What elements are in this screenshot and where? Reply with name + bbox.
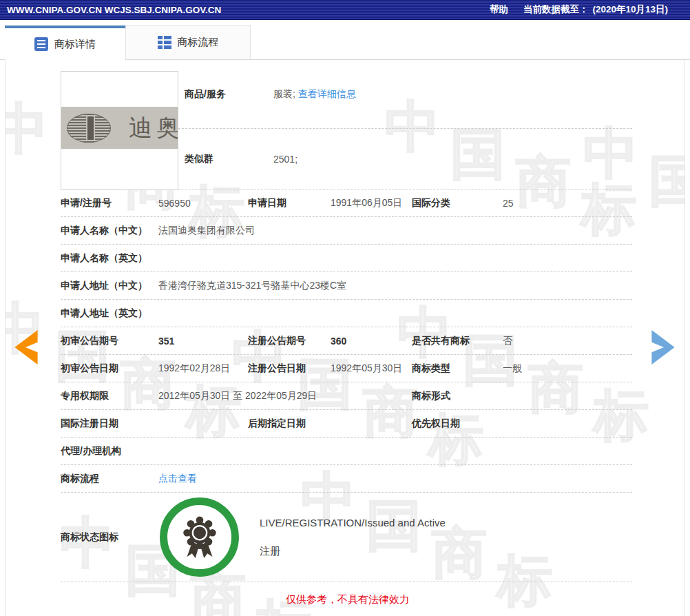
tab-trademark-detail[interactable]: 商标详情 xyxy=(5,25,125,60)
field-value: 596950 xyxy=(158,198,248,209)
top-bar: WWW.CNIPA.GOV.CN WCJS.SBJ.CNIPA.GOV.CN 帮… xyxy=(0,0,690,20)
chevron-right-icon[interactable] xyxy=(650,329,676,366)
help-link[interactable]: 帮助 xyxy=(490,3,508,16)
trademark-image[interactable]: 迪奥 xyxy=(61,71,178,190)
status-row: 商标状态图标 LIVE/REGISTRATION/Issu xyxy=(61,493,632,582)
field-label: 商品/服务 xyxy=(185,88,273,101)
field-value: 否 xyxy=(503,335,632,347)
table-row: 专用权期限 2012年05月30日 至 2022年05月29日 商标形式 xyxy=(61,382,632,410)
field-value: 2501; xyxy=(273,154,297,165)
field-label: 申请人地址（英文） xyxy=(61,307,158,320)
status-line-cn: 注册 xyxy=(260,545,446,558)
field-label: 代理/办理机构 xyxy=(61,445,158,458)
goods-services-row: 商品/服务 服装; 查看详细信息 xyxy=(178,60,632,129)
table-row: 申请人名称（中文） 法国迪奥集团有限公司 xyxy=(61,217,632,245)
footer-row: 仅供参考，不具有法律效力 xyxy=(61,582,632,616)
field-label: 注册公告期号 xyxy=(248,335,331,347)
table-row: 初审公告期号 351 注册公告期号 360 是否共有商标 否 xyxy=(61,327,632,355)
data-cutoff: 当前数据截至： (2020年10月13日) xyxy=(523,3,668,16)
field-label: 专用权期限 xyxy=(61,390,158,402)
field-label: 初审公告期号 xyxy=(61,335,158,347)
field-value: 2012年05月30日 至 2022年05月29日 xyxy=(158,390,412,402)
table-row: 申请人地址（中文） 香港湾仔骆克道315-321号骆基中心23楼C室 xyxy=(61,272,632,300)
tab-bar: 商标详情 商标流程 xyxy=(0,23,690,60)
disclaimer-text: 仅供参考，不具有法律效力 xyxy=(286,593,410,606)
field-label: 国际注册日期 xyxy=(61,418,158,430)
field-label: 后期指定日期 xyxy=(248,418,331,430)
table-row: 迪奥 商品/服务 服装; 查看详细信息 类似群 2501; xyxy=(61,60,632,189)
table-row: 申请/注册号 596950 申请日期 1991年06月05日 国际分类 25 xyxy=(61,189,632,217)
field-value: 1992年05月30日 xyxy=(331,362,412,375)
tab-label: 商标详情 xyxy=(54,38,96,51)
field-label: 初审公告日期 xyxy=(61,362,158,375)
similar-group-row: 类似群 2501; xyxy=(178,129,632,189)
table-row: 申请人地址（英文） xyxy=(61,300,632,327)
field-label: 申请人名称（中文） xyxy=(61,225,158,237)
field-label: 类似群 xyxy=(185,153,273,165)
field-label: 国际分类 xyxy=(412,197,503,209)
tab-trademark-process[interactable]: 商标流程 xyxy=(125,25,251,59)
table-row: 申请人名称（英文） xyxy=(61,245,632,272)
field-value: 1992年02月28日 xyxy=(158,362,248,375)
table-row: 代理/办理机构 xyxy=(61,438,632,465)
chevron-left-icon[interactable] xyxy=(13,329,39,366)
field-value: 360 xyxy=(331,336,412,347)
field-label: 商标状态图标 xyxy=(61,531,158,544)
field-label: 商标形式 xyxy=(412,390,503,402)
list-icon xyxy=(158,36,171,50)
site-urls: WWW.CNIPA.GOV.CN WCJS.SBJ.CNIPA.GOV.CN xyxy=(7,5,221,15)
field-value: 一般 xyxy=(503,362,632,375)
table-row: 商标流程 点击查看 xyxy=(61,465,632,493)
field-value: 法国迪奥集团有限公司 xyxy=(158,225,255,237)
trademark-scan: 迪奥 xyxy=(61,107,178,149)
field-label: 申请人名称（英文） xyxy=(61,252,158,265)
field-label: 优先权日期 xyxy=(412,418,503,430)
field-value: 25 xyxy=(503,198,632,209)
field-label: 申请人地址（中文） xyxy=(61,280,158,292)
field-label: 申请日期 xyxy=(248,197,331,209)
view-details-link[interactable]: 查看详细信息 xyxy=(298,88,356,99)
trademark-logo-oval xyxy=(67,114,111,143)
field-label: 注册公告日期 xyxy=(248,362,331,375)
field-value: 1991年06月05日 xyxy=(331,197,412,209)
click-to-view-link[interactable]: 点击查看 xyxy=(158,473,197,485)
field-value: 香港湾仔骆克道315-321号骆基中心23楼C室 xyxy=(158,280,346,292)
status-line-en: LIVE/REGISTRATION/Issued and Active xyxy=(260,517,446,528)
data-cutoff-label: 当前数据截至： xyxy=(523,3,589,16)
tab-label: 商标流程 xyxy=(178,36,219,49)
award-ribbon-icon xyxy=(160,497,239,577)
table-row: 初审公告日期 1992年02月28日 注册公告日期 1992年05月30日 商标… xyxy=(61,355,632,382)
field-label: 商标流程 xyxy=(61,473,158,485)
field-value: 服装; 查看详细信息 xyxy=(273,88,356,101)
trademark-text: 迪奥 xyxy=(129,112,178,144)
trademark-detail-table: 迪奥 商品/服务 服装; 查看详细信息 类似群 2501; 申请/注册号 xyxy=(6,60,684,616)
data-cutoff-value: (2020年10月13日) xyxy=(592,3,668,16)
field-label: 商标类型 xyxy=(412,362,503,375)
field-value: 351 xyxy=(158,336,248,347)
form-lines-icon xyxy=(34,37,48,51)
field-label: 申请/注册号 xyxy=(61,197,158,209)
divider xyxy=(118,111,122,145)
content-frame: 中国商标中国商标中国商标中国商标中国商标中国商标中国商标中国商标 迪奥 商品/服… xyxy=(5,60,685,616)
field-label: 是否共有商标 xyxy=(412,335,503,347)
table-row: 国际注册日期 后期指定日期 优先权日期 xyxy=(61,410,632,438)
